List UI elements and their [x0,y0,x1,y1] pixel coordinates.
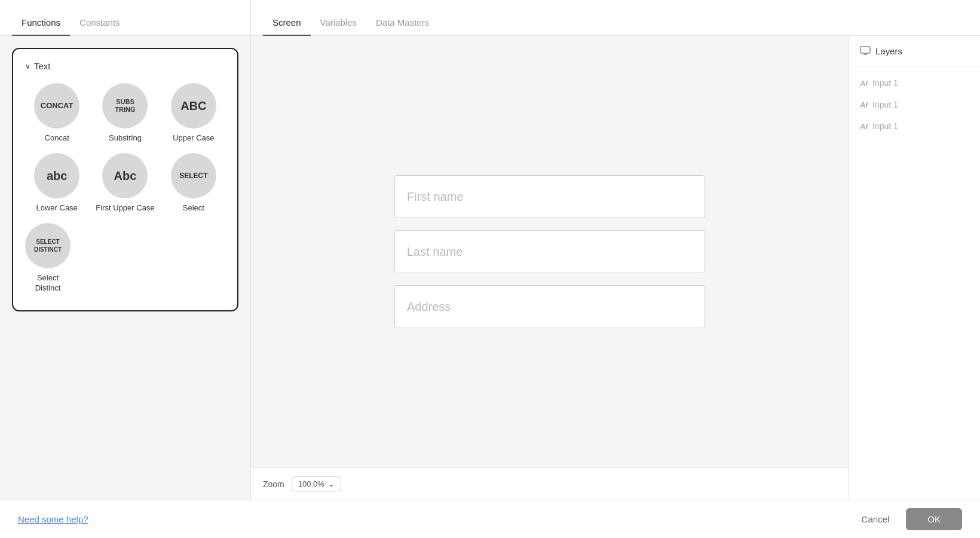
function-label-select: Select [183,203,204,213]
form-preview: First name Last name Address [394,175,705,328]
function-item-select-distinct[interactable]: SELECTDISTINCT SelectDistinct [25,223,71,294]
first-name-placeholder: First name [407,190,463,204]
function-item-first-upper-case[interactable]: Abc First Upper Case [93,153,157,213]
top-nav-right: Screen Variables Data Masters [251,0,451,35]
section-title: Text [34,61,51,71]
function-circle-first-upper-case: Abc [102,153,148,198]
address-field[interactable]: Address [394,285,705,328]
main-area: ∨ Text CONCAT Concat SUBSTRING Substring… [0,36,980,500]
right-panel: Layers AI Input 1 AI Input 1 AI Input 1 [849,36,980,500]
function-item-upper-case[interactable]: ABC Upper Case [162,83,225,143]
top-nav: Functions Constants Screen Variables Dat… [0,0,980,36]
zoom-value: 100.0% [298,479,324,488]
layer-label-2: Input 1 [872,100,898,109]
first-name-field[interactable]: First name [394,175,705,218]
function-label-lower-case: Lower Case [36,203,77,213]
zoom-select[interactable]: 100.0% ⌄ [292,476,341,491]
left-panel: ∨ Text CONCAT Concat SUBSTRING Substring… [0,36,251,500]
top-nav-left: Functions Constants [0,0,251,35]
layer-icon-3: AI [860,122,868,131]
layer-label-3: Input 1 [872,121,898,131]
function-circle-concat: CONCAT [34,83,79,129]
function-label-first-upper-case: First Upper Case [96,203,154,213]
tab-variables[interactable]: Variables [311,10,366,36]
function-label-concat: Concat [45,133,69,143]
layers-list: AI Input 1 AI Input 1 AI Input 1 [849,66,980,143]
ok-button[interactable]: OK [906,508,962,530]
layer-icon-1: AI [860,79,868,88]
function-label-substring: Substring [109,133,142,143]
canvas-footer: Zoom 100.0% ⌄ [251,467,849,500]
canvas-area: First name Last name Address Zoom 100.0%… [251,36,849,500]
last-name-placeholder: Last name [407,245,463,259]
tab-data-masters[interactable]: Data Masters [366,10,439,36]
function-circle-substring: SUBSTRING [102,83,148,129]
function-grid-row3: SELECTDISTINCT SelectDistinct [25,223,225,294]
section-chevron: ∨ [25,62,30,71]
monitor-icon [860,45,871,56]
tab-constants[interactable]: Constants [70,10,130,36]
function-item-substring[interactable]: SUBSTRING Substring [93,83,157,143]
function-grid-row1: CONCAT Concat SUBSTRING Substring ABC Up… [25,83,225,213]
function-box: ∨ Text CONCAT Concat SUBSTRING Substring… [12,48,238,311]
tab-functions[interactable]: Functions [12,10,70,36]
svg-rect-0 [860,47,870,53]
function-item-lower-case[interactable]: abc Lower Case [25,153,88,213]
function-circle-select: SELECT [171,153,216,198]
function-circle-upper-case: ABC [171,83,216,129]
help-link[interactable]: Need some help? [18,514,88,524]
layer-item-3[interactable]: AI Input 1 [849,115,980,137]
zoom-label: Zoom [263,479,284,489]
function-label-select-distinct: SelectDistinct [35,273,61,294]
address-placeholder: Address [407,300,451,314]
last-name-field[interactable]: Last name [394,230,705,273]
canvas-content: First name Last name Address [251,36,849,467]
layers-title: Layers [875,46,902,56]
tab-screen[interactable]: Screen [263,10,311,36]
layer-icon-2: AI [860,100,868,109]
section-header: ∨ Text [25,61,225,71]
function-circle-select-distinct: SELECTDISTINCT [25,223,71,268]
layer-item-2[interactable]: AI Input 1 [849,94,980,115]
function-circle-lower-case: abc [34,153,79,198]
cancel-button[interactable]: Cancel [852,509,899,529]
layers-header: Layers [849,36,980,66]
function-item-select[interactable]: SELECT Select [162,153,225,213]
bottom-actions: Cancel OK [852,508,962,530]
bottom-bar: Need some help? Cancel OK [0,500,980,538]
function-item-concat[interactable]: CONCAT Concat [25,83,88,143]
zoom-chevron-icon: ⌄ [328,479,335,488]
layer-label-1: Input 1 [872,78,898,88]
layer-item-1[interactable]: AI Input 1 [849,72,980,94]
function-label-upper-case: Upper Case [173,133,214,143]
